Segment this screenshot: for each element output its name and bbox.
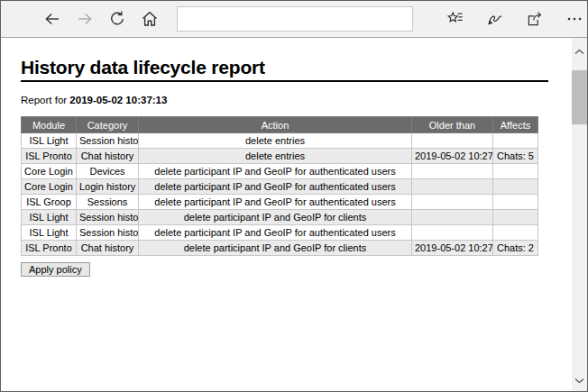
- forward-button[interactable]: [76, 10, 94, 28]
- report-label: Report for: [21, 95, 67, 105]
- column-header: Older than: [412, 117, 493, 133]
- back-arrow-icon: [43, 10, 61, 28]
- web-note-pen-icon: [486, 10, 504, 28]
- column-header: Action: [139, 117, 412, 133]
- table-cell: Chat history: [77, 149, 139, 164]
- table-cell: Core Login: [22, 164, 77, 179]
- table-cell: [493, 195, 538, 210]
- table-cell: Session history: [77, 225, 139, 241]
- table-cell: ISL Pronto: [22, 149, 77, 164]
- table-cell: Core Login: [22, 179, 77, 195]
- table-row: ISL GroopSessionsdelete participant IP a…: [22, 195, 538, 210]
- scroll-up-button[interactable]: [572, 43, 587, 59]
- refresh-icon: [108, 10, 126, 28]
- table-cell: [412, 225, 493, 241]
- web-note-button[interactable]: [486, 10, 504, 28]
- table-cell: [493, 179, 538, 195]
- forward-arrow-icon: [76, 10, 94, 28]
- apply-policy-button[interactable]: Apply policy: [21, 262, 90, 277]
- table-cell: Login history: [77, 179, 139, 195]
- share-icon: [526, 10, 544, 28]
- address-bar[interactable]: [177, 6, 413, 32]
- table-cell: delete participant IP and GeoIP for clie…: [139, 241, 412, 256]
- page-title: History data lifecycle report: [21, 57, 548, 82]
- table-cell: [412, 133, 493, 149]
- home-icon: [141, 10, 159, 28]
- share-button[interactable]: [526, 10, 544, 28]
- table-cell: 2019-05-02 10:27:13: [412, 241, 493, 256]
- table-cell: ISL Light: [22, 133, 77, 149]
- browser-window: History data lifecycle report Report for…: [0, 0, 588, 392]
- table-cell: Sessions: [77, 195, 139, 210]
- page-body: History data lifecycle report Report for…: [1, 38, 587, 391]
- table-cell: [412, 179, 493, 195]
- table-cell: [412, 210, 493, 225]
- table-cell: [412, 164, 493, 179]
- table-cell: [493, 210, 538, 225]
- table-cell: Devices: [77, 164, 139, 179]
- favorites-hub-icon: [446, 10, 464, 28]
- table-cell: ISL Light: [22, 210, 77, 225]
- table-cell: ISL Light: [22, 225, 77, 241]
- report-timestamp: 2019-05-02 10:37:13: [69, 95, 167, 105]
- table-cell: delete participant IP and GeoIP for auth…: [139, 195, 412, 210]
- table-cell: delete participant IP and GeoIP for clie…: [139, 210, 412, 225]
- history-table: ModuleCategoryActionOlder thanAffects IS…: [21, 116, 538, 256]
- more-options-button[interactable]: [565, 10, 583, 28]
- table-cell: [412, 195, 493, 210]
- table-cell: ISL Groop: [22, 195, 77, 210]
- table-row: Core LoginDevicesdelete participant IP a…: [22, 164, 538, 179]
- scrollbar-thumb[interactable]: [572, 70, 587, 124]
- table-cell: delete entries: [139, 149, 412, 164]
- table-row: ISL ProntoChat historydelete participant…: [22, 241, 538, 256]
- table-cell: Session history: [77, 133, 139, 149]
- table-cell: Chat history: [77, 241, 139, 256]
- table-cell: ISL Pronto: [22, 241, 77, 256]
- back-button[interactable]: [43, 10, 61, 28]
- table-cell: Chats: 5: [493, 149, 538, 164]
- column-header: Category: [77, 117, 139, 133]
- table-row: ISL LightSession historydelete entries: [22, 133, 538, 149]
- table-cell: [493, 225, 538, 241]
- browser-toolbar: [1, 1, 587, 38]
- table-row: ISL ProntoChat historydelete entries2019…: [22, 149, 538, 164]
- nav-button-group: [43, 10, 159, 28]
- table-cell: Chats: 2: [493, 241, 538, 256]
- table-cell: delete participant IP and GeoIP for auth…: [139, 179, 412, 195]
- scroll-down-button[interactable]: [572, 372, 587, 387]
- more-options-icon: [565, 10, 583, 28]
- table-row: ISL LightSession historydelete participa…: [22, 210, 538, 225]
- toolbar-right-group: [446, 10, 583, 28]
- vertical-scrollbar[interactable]: [572, 38, 587, 391]
- table-row: Core LoginLogin historydelete participan…: [22, 179, 538, 195]
- page-content: History data lifecycle report Report for…: [1, 38, 548, 277]
- table-header-row: ModuleCategoryActionOlder thanAffects: [22, 117, 538, 133]
- column-header: Module: [22, 117, 77, 133]
- chevron-down-icon: [574, 373, 584, 387]
- table-cell: delete participant IP and GeoIP for auth…: [139, 164, 412, 179]
- table-cell: [493, 164, 538, 179]
- home-button[interactable]: [141, 10, 159, 28]
- report-line: Report for 2019-05-02 10:37:13: [21, 95, 548, 105]
- chevron-up-icon: [574, 44, 584, 58]
- refresh-button[interactable]: [108, 10, 126, 28]
- column-header: Affects: [493, 117, 538, 133]
- table-cell: [493, 133, 538, 149]
- table-cell: Session history: [77, 210, 139, 225]
- favorites-hub-button[interactable]: [446, 10, 464, 28]
- table-cell: 2019-05-02 10:27:13: [412, 149, 493, 164]
- table-cell: delete participant IP and GeoIP for auth…: [139, 225, 412, 241]
- table-cell: delete entries: [139, 133, 412, 149]
- table-row: ISL LightSession historydelete participa…: [22, 225, 538, 241]
